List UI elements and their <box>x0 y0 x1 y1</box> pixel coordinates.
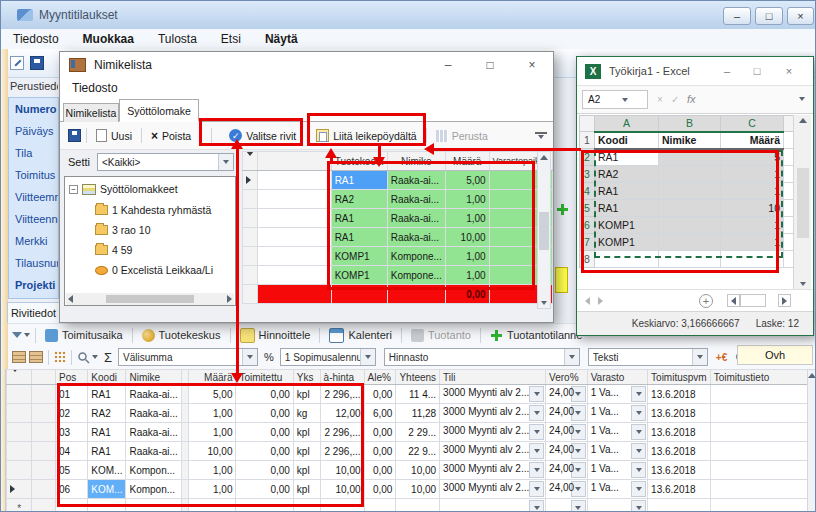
excel-vertical-scrollbar[interactable] <box>793 115 811 289</box>
varasto-dropdown[interactable]: 1 Va... <box>587 423 647 442</box>
tili-dropdown[interactable] <box>440 499 546 512</box>
excel-row[interactable]: 1 KoodiNimikeMäärä <box>580 132 794 149</box>
excel-row[interactable]: 4 RA11 <box>580 183 794 200</box>
vero-dropdown[interactable] <box>546 499 588 512</box>
new-sheet-button[interactable]: + <box>699 294 713 308</box>
row-header[interactable]: 6 <box>580 217 595 234</box>
col-varasto[interactable]: Varasto <box>587 370 647 385</box>
chevron-down-icon[interactable] <box>631 405 646 421</box>
col-nimike[interactable]: Nimike <box>387 152 445 171</box>
row-header[interactable]: 8 <box>580 251 595 268</box>
edit-icon[interactable] <box>10 56 24 70</box>
col-maara[interactable]: Määrä <box>445 152 489 171</box>
collapse-icon[interactable]: − <box>69 185 78 194</box>
restore-button[interactable]: □ <box>755 7 783 25</box>
vero-dropdown[interactable]: 24,00 <box>546 385 588 404</box>
scroll-left-icon[interactable] <box>68 295 73 303</box>
sheet-prev-icon[interactable] <box>585 297 590 305</box>
col-header-a[interactable]: A <box>595 116 659 132</box>
grid-paste-icon[interactable] <box>29 351 43 363</box>
col-yhteensa[interactable]: Yhteens <box>396 370 440 385</box>
row-selector[interactable] <box>7 385 32 404</box>
excel-minimize-button[interactable]: – <box>715 61 739 81</box>
menu-etsi[interactable]: Etsi <box>209 32 253 46</box>
chevron-down-icon[interactable] <box>571 500 586 512</box>
grid-filter-corner[interactable] <box>243 152 258 171</box>
search-dropdown-icon[interactable] <box>92 355 98 359</box>
scroll-down-icon[interactable] <box>800 282 806 286</box>
uusi-button[interactable]: Uusi <box>92 129 136 142</box>
row-selector[interactable] <box>7 423 32 442</box>
ovh-field[interactable]: Ovh <box>737 345 813 365</box>
grid-filter-corner[interactable] <box>7 370 32 385</box>
filter-icon[interactable] <box>12 332 22 338</box>
col-toimituspvm[interactable]: Toimituspvm <box>648 370 711 385</box>
col-tuotekoodi[interactable]: Tuotekoodi <box>331 152 387 171</box>
menu-nayta[interactable]: Näytä <box>253 32 310 46</box>
sheet-next-icon[interactable] <box>598 297 603 305</box>
tree-item[interactable]: 3 rao 10 <box>95 224 151 236</box>
col-ahinta[interactable]: à-hinta <box>320 370 364 385</box>
excel-maximize-button[interactable]: □ <box>745 61 769 81</box>
row-selector[interactable] <box>243 190 258 209</box>
row-selector[interactable] <box>7 442 32 461</box>
table-row[interactable]: 01RA1Raaka-ai... 5,000,00kpl2 296,...0,0… <box>7 385 808 404</box>
tili-dropdown[interactable]: 3000 Myynti alv 2... <box>440 385 546 404</box>
col-koodi[interactable]: Koodi <box>88 370 126 385</box>
chevron-down-icon[interactable] <box>529 424 544 440</box>
vero-dropdown[interactable]: 24,00 <box>546 404 588 423</box>
row-header[interactable]: 7 <box>580 234 595 251</box>
hinnoittele-button[interactable]: Hinnoittele <box>236 328 315 343</box>
chevron-down-icon[interactable] <box>631 443 646 459</box>
table-row[interactable]: KOMP1Kompone...1,000 <box>243 266 553 285</box>
add-euro-icon[interactable]: +€ <box>716 352 727 363</box>
grid-vertical-scrollbar[interactable] <box>807 369 816 512</box>
col-maara[interactable]: Määrä <box>189 370 236 385</box>
close-button[interactable]: × <box>787 7 814 25</box>
col-yks[interactable]: Yks <box>293 370 320 385</box>
setti-combobox[interactable]: <Kaikki> <box>97 153 234 171</box>
table-row[interactable]: RA1Raaka-ai...5,000 <box>243 171 553 190</box>
tab-syottolomake[interactable]: Syöttölomake <box>119 99 199 122</box>
table-row[interactable]: 05KOM...Kompon... 1,000,00kpl10,000,0010… <box>7 461 808 480</box>
row-selector[interactable] <box>7 404 32 423</box>
tuotantotilanne-button[interactable]: Tuotantotilanne <box>486 329 586 342</box>
poista-button[interactable]: ×Poista <box>147 129 195 143</box>
toolbar-overflow-button[interactable] <box>535 132 547 139</box>
excel-close-button[interactable]: × <box>777 61 801 81</box>
tree-item[interactable]: 4 59 <box>95 244 132 256</box>
tab-nimikelista[interactable]: Nimikelista <box>63 103 119 122</box>
row-selector[interactable] <box>243 209 258 228</box>
tili-dropdown[interactable]: 3000 Myynti alv 2... <box>440 442 546 461</box>
tili-dropdown[interactable]: 3000 Myynti alv 2... <box>440 461 546 480</box>
chevron-down-icon[interactable] <box>529 500 544 512</box>
filter-dropdown-icon[interactable] <box>24 333 30 337</box>
varasto-dropdown[interactable] <box>587 499 647 512</box>
tree-root-item[interactable]: −Syöttölomakkeet <box>69 183 178 195</box>
row-selector[interactable] <box>7 480 32 499</box>
col-nimike[interactable]: Nimike <box>126 370 182 385</box>
selected-cell[interactable]: RA1 <box>331 171 387 190</box>
row-selector[interactable] <box>243 228 258 247</box>
row-selector[interactable] <box>243 247 258 266</box>
vero-dropdown[interactable]: 24,00 <box>546 423 588 442</box>
alennus-combobox[interactable]: 1 Sopimusalennus <box>280 348 376 366</box>
varasto-dropdown[interactable]: 1 Va... <box>587 442 647 461</box>
varasto-dropdown[interactable]: 1 Va... <box>587 461 647 480</box>
valitse-rivit-button[interactable]: ✓Valitse rivit <box>225 129 300 142</box>
table-row[interactable]: 02RA2Raaka-ai... 1,000,00kg12,006,0011,2… <box>7 404 808 423</box>
add-row-icon[interactable] <box>556 203 569 216</box>
scroll-thumb[interactable] <box>539 212 549 250</box>
chevron-down-icon[interactable] <box>529 462 544 478</box>
hscroll-right-button[interactable] <box>778 294 791 307</box>
liita-leikepoydalta-button[interactable]: Liitä leikepöydältä <box>312 129 420 142</box>
varasto-dropdown[interactable]: 1 Va... <box>587 385 647 404</box>
row-selector[interactable] <box>243 266 258 285</box>
save-icon[interactable] <box>30 56 44 70</box>
active-cell[interactable]: RA1 <box>595 149 659 166</box>
vero-dropdown[interactable]: 24,00 <box>546 442 588 461</box>
grid-copy-icon[interactable] <box>12 351 26 363</box>
row-selector[interactable] <box>7 461 32 480</box>
formula-expand-icon[interactable] <box>799 97 805 101</box>
tree-horizontal-scrollbar[interactable] <box>66 293 234 305</box>
